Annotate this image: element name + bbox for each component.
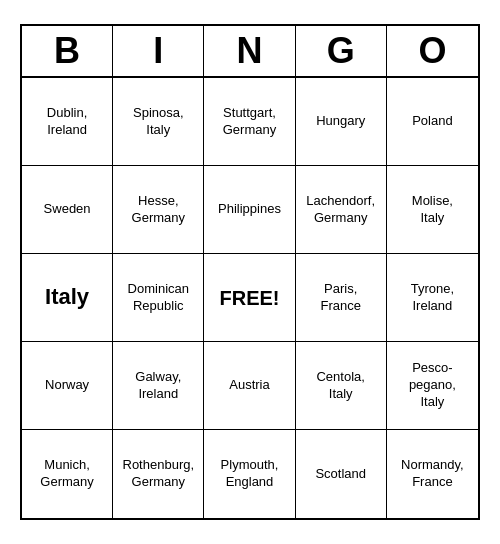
bingo-header: BINGO: [22, 26, 478, 78]
header-letter: N: [204, 26, 295, 76]
bingo-cell: Sweden: [22, 166, 113, 254]
bingo-cell: Norway: [22, 342, 113, 430]
bingo-cell: Scotland: [296, 430, 387, 518]
bingo-cell: Austria: [204, 342, 295, 430]
bingo-cell: Dublin,Ireland: [22, 78, 113, 166]
bingo-cell: Normandy,France: [387, 430, 478, 518]
header-letter: G: [296, 26, 387, 76]
bingo-cell: DominicanRepublic: [113, 254, 204, 342]
bingo-cell: Galway,Ireland: [113, 342, 204, 430]
header-letter: B: [22, 26, 113, 76]
bingo-cell: Rothenburg,Germany: [113, 430, 204, 518]
header-letter: I: [113, 26, 204, 76]
bingo-cell: Centola,Italy: [296, 342, 387, 430]
bingo-cell: Hungary: [296, 78, 387, 166]
bingo-cell: Hesse,Germany: [113, 166, 204, 254]
bingo-cell: Philippines: [204, 166, 295, 254]
bingo-cell: FREE!: [204, 254, 295, 342]
header-letter: O: [387, 26, 478, 76]
bingo-cell: Plymouth,England: [204, 430, 295, 518]
bingo-cell: Pesco-pegano,Italy: [387, 342, 478, 430]
bingo-cell: Spinosa,Italy: [113, 78, 204, 166]
bingo-cell: Stuttgart,Germany: [204, 78, 295, 166]
bingo-cell: Italy: [22, 254, 113, 342]
bingo-cell: Paris,France: [296, 254, 387, 342]
bingo-cell: Molise,Italy: [387, 166, 478, 254]
bingo-cell: Tyrone,Ireland: [387, 254, 478, 342]
bingo-cell: Poland: [387, 78, 478, 166]
bingo-grid: Dublin,IrelandSpinosa,ItalyStuttgart,Ger…: [22, 78, 478, 518]
bingo-cell: Munich,Germany: [22, 430, 113, 518]
bingo-cell: Lachendorf,Germany: [296, 166, 387, 254]
bingo-card: BINGO Dublin,IrelandSpinosa,ItalyStuttga…: [20, 24, 480, 520]
